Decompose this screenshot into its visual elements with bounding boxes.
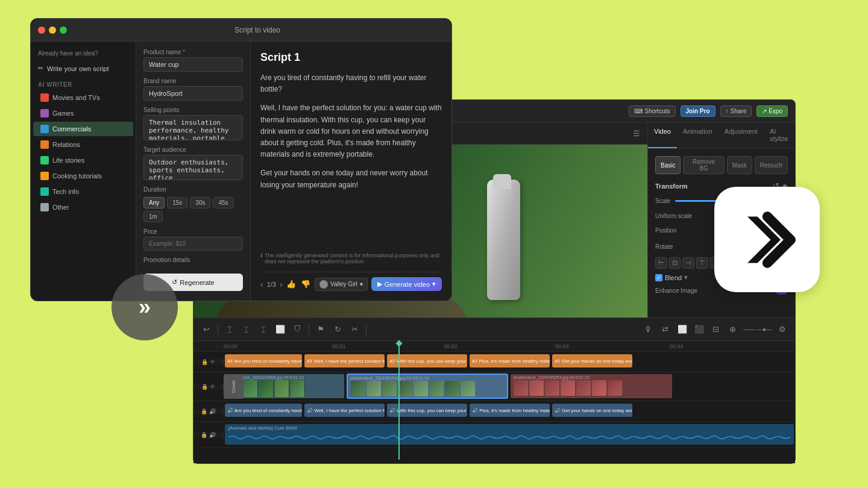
align-center-h-icon[interactable]: ⊡ <box>669 257 681 269</box>
rotate-tool[interactable]: ↻ <box>331 323 344 336</box>
close-dot[interactable] <box>38 27 45 34</box>
form-area: Product name * Brand name Selling points… <box>136 42 251 301</box>
separator-3 <box>366 325 366 334</box>
track-container: 🔒 👁 AT Are you tired of constantly havin… <box>193 352 795 463</box>
video-track-row: 🔒 👁 Cover shutterstock_2003232606.jpg 00… <box>193 372 795 401</box>
sidebar: Already have an idea? ✏ Write your own s… <box>31 42 136 301</box>
export-button[interactable]: ↗ Expo <box>756 105 788 117</box>
track-controls-bgm: 🔒 🔊 <box>193 432 224 438</box>
product-name-input[interactable] <box>143 57 243 72</box>
tl-tool-2[interactable]: ⬜ <box>676 323 689 336</box>
align-right-icon[interactable]: ⊣ <box>682 257 694 269</box>
lock-icon-vo[interactable]: 🔒 <box>201 408 207 414</box>
script-next-button[interactable]: › <box>280 280 283 289</box>
eye-icon[interactable]: 👁 <box>210 359 215 365</box>
maximize-dot[interactable] <box>60 27 67 34</box>
join-pro-button[interactable]: Join Pro <box>681 105 715 117</box>
bgm-segment: [Animals and dishes] Cute BGM <box>225 424 794 445</box>
generate-video-button[interactable]: ▶ Generate video ▾ <box>371 277 442 291</box>
sidebar-item-write-own[interactable]: ✏ Write your own script <box>31 61 136 75</box>
share-button[interactable]: ↑ Share <box>720 105 752 117</box>
mic-button[interactable]: 🎙 <box>642 323 655 336</box>
sidebar-item-tech[interactable]: Tech info <box>33 184 133 199</box>
settings-button[interactable]: ⚙ <box>776 323 789 336</box>
undo-button[interactable]: ↩ <box>200 323 213 336</box>
sidebar-item-games[interactable]: Games <box>33 106 133 120</box>
script-footer: ‹ 1/3 › 👍 👎 Valley Girl ▾ ▶ <box>260 272 442 291</box>
duration-any[interactable]: Any <box>143 197 165 208</box>
ruler-mark-0: 00:00 <box>224 343 237 349</box>
avatar-icon <box>319 280 328 289</box>
sidebar-item-relations[interactable]: Relations <box>33 137 133 152</box>
tl-tool-3[interactable]: ⬛ <box>693 323 706 336</box>
sidebar-item-movies[interactable]: Movies and TVs <box>33 90 133 105</box>
duration-1m[interactable]: 1m <box>143 211 163 222</box>
split-tool-2[interactable]: ⌶ <box>240 323 253 336</box>
sidebar-item-commercials[interactable]: Commercials <box>33 122 133 136</box>
ruler-mark-3: 00:03 <box>555 343 569 349</box>
enhance-label: Enhance Image <box>655 287 697 294</box>
script-para-3: Get your hands on one today and never wo… <box>260 167 442 190</box>
tab-ai-stylize[interactable]: AI stylize <box>764 123 795 148</box>
subtab-retouch[interactable]: Retouch <box>755 156 788 174</box>
tl-tool-4[interactable]: ⊟ <box>709 323 723 336</box>
lock-icon[interactable]: 🔒 <box>201 359 208 365</box>
sidebar-item-life-stories[interactable]: Life stories <box>33 153 133 167</box>
vo-seg-4: 🔊 Plus, it's made from healthy materials… <box>470 404 550 417</box>
split-tool-3[interactable]: ⌶ <box>257 323 270 336</box>
basic-tabs: Basic Remove BG Mask Retouch <box>655 156 788 174</box>
script-text: Are you tired of constantly having to re… <box>260 72 442 246</box>
script-prev-button[interactable]: ‹ <box>260 280 263 289</box>
track-controls-vo: 🔒 🔊 <box>193 408 224 414</box>
duration-30s[interactable]: 30s <box>190 197 210 208</box>
tab-adjustment[interactable]: Adjustment <box>719 123 764 148</box>
price-input[interactable] <box>143 237 243 251</box>
price-label: Price <box>143 228 243 235</box>
chevron-down-icon-2: ▾ <box>432 280 436 288</box>
sidebar-item-cooking[interactable]: Cooking tutorials <box>33 169 133 183</box>
shortcuts-button[interactable]: ⌨ Shortcuts <box>629 105 675 117</box>
align-top-icon[interactable]: ⊤ <box>696 257 708 269</box>
align-left-icon[interactable]: ⊢ <box>655 257 667 269</box>
brand-name-input[interactable] <box>143 86 243 101</box>
voice-selector[interactable]: Valley Girl ▾ <box>315 278 368 291</box>
promo-group: Promotion details <box>143 257 243 265</box>
volume-icon-vo[interactable]: 🔊 <box>209 408 216 414</box>
subtab-basic[interactable]: Basic <box>655 156 681 174</box>
tab-animation[interactable]: Animation <box>677 123 719 148</box>
sidebar-item-other[interactable]: Other <box>33 200 133 214</box>
properties-tabs: Video Animation Adjustment AI stylize <box>648 123 795 149</box>
player-menu-button[interactable]: ☰ <box>633 129 640 138</box>
playhead <box>398 341 400 460</box>
brand-name-group: Brand name <box>143 78 243 101</box>
eye-icon-video[interactable]: 👁 <box>210 384 215 390</box>
video-track-content[interactable]: Cover shutterstock_2003232606.jpg 00:0:0… <box>224 372 795 401</box>
tl-tool-1[interactable]: ⇄ <box>659 323 672 336</box>
vo-seg-2: 🔊 Well, I have the perfect solution for … <box>304 404 385 417</box>
thumbdown-button[interactable]: 👎 <box>301 280 310 289</box>
bgm-track-content[interactable]: [Animals and dishes] Cute BGM <box>224 422 795 448</box>
volume-icon-bgm[interactable]: 🔊 <box>209 432 216 438</box>
subtab-mask[interactable]: Mask <box>727 156 752 174</box>
subtitle-track-content[interactable]: AT Are you tired of constantly having to… <box>224 352 795 372</box>
shield-tool[interactable]: ⛉ <box>291 323 304 336</box>
split-tool[interactable]: ⌶ <box>223 323 236 336</box>
target-audience-input[interactable]: Outdoor enthusiasts, sports enthusiasts,… <box>143 155 243 180</box>
lock-icon-video[interactable]: 🔒 <box>201 384 208 390</box>
lock-icon-bgm[interactable]: 🔒 <box>201 432 207 438</box>
blend-checkbox[interactable]: ✓ <box>655 274 662 281</box>
duration-15s[interactable]: 15s <box>167 197 187 208</box>
voiceover-track-content[interactable]: 🔊 Are you tired of constantly having to … <box>224 401 795 421</box>
vo-seg-1: 🔊 Are you tired of constantly having to … <box>225 404 302 417</box>
crop-tool[interactable]: ⬜ <box>274 323 287 336</box>
subtab-removebg[interactable]: Remove BG <box>683 156 724 174</box>
trim-tool[interactable]: ✂ <box>348 323 361 336</box>
selling-points-input[interactable]: Thermal insulation performance, healthy … <box>143 115 243 140</box>
minimize-dot[interactable] <box>49 27 56 34</box>
tl-tool-5[interactable]: ⊕ <box>726 323 740 336</box>
tab-video[interactable]: Video <box>648 123 677 148</box>
separator <box>218 325 218 334</box>
thumbup-button[interactable]: 👍 <box>286 280 296 289</box>
add-marker[interactable]: ⚑ <box>314 323 327 336</box>
duration-45s[interactable]: 45s <box>213 197 233 208</box>
